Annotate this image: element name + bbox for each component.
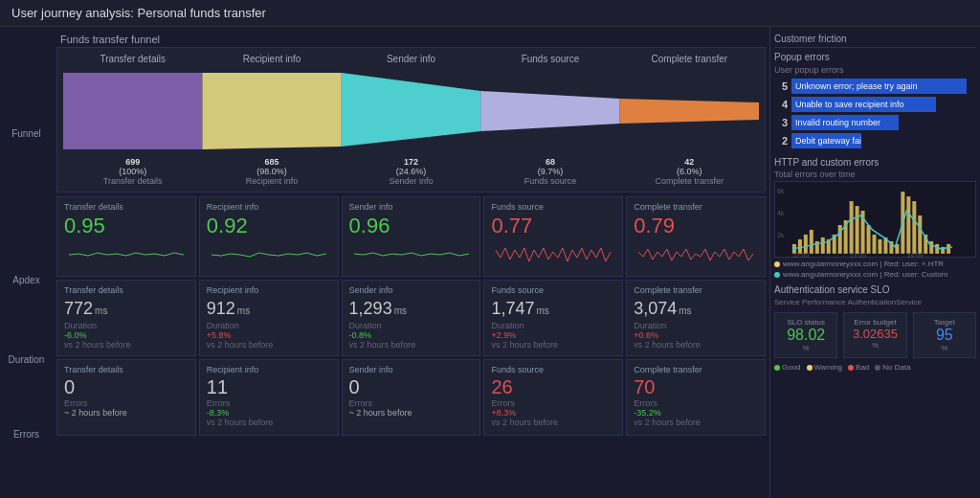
sidebar-duration-label: Duration	[0, 349, 53, 371]
page-title: User journey analysis: Personal funds tr…	[0, 0, 980, 27]
apdex-card-1: Recipient info 0.92	[199, 196, 339, 277]
svg-rect-16	[838, 225, 842, 254]
http-chart-title: Total errors over time	[774, 170, 976, 179]
funnel-step-3: 68 (9.7%) Funds source	[480, 157, 619, 186]
duration-card-2: Sender info 1,293 ms Duration -0.8% vs 2…	[342, 280, 481, 356]
svg-rect-35	[947, 244, 950, 254]
funnel-step-1: 685 (98.0%) Recipient info	[202, 157, 341, 186]
errors-card-2: Sender info 0 Errors ~ 2 hours before	[342, 359, 481, 436]
funnel-step-4: 42 (6.0%) Complete transfer	[620, 157, 759, 186]
svg-rect-19	[856, 206, 859, 254]
http-legend-1: www.angularmoneyxxx.com | Red: user: Cus…	[774, 270, 976, 279]
funnel-step-0: 699 (100%) Transfer details	[63, 157, 202, 186]
legend-bad: Bad	[848, 363, 869, 372]
errors-card-0: Transfer details 0 Errors ~ 2 hours befo…	[56, 359, 196, 436]
svg-rect-18	[850, 201, 854, 254]
sidebar-errors-label: Errors	[0, 423, 53, 445]
popup-row-2: 3 Invalid routing number	[774, 115, 976, 130]
svg-marker-2	[342, 73, 480, 147]
svg-rect-30	[918, 215, 922, 254]
svg-text:14:00: 14:00	[906, 252, 924, 259]
popup-sub-title: User popup errors	[774, 65, 976, 75]
sparkline-2	[349, 240, 474, 269]
svg-marker-3	[480, 91, 619, 131]
svg-rect-29	[912, 201, 916, 254]
apdex-card-4: Complete transfer 0.79	[626, 196, 766, 277]
apdex-card-3: Funds source 0.77	[483, 196, 623, 277]
apdex-row: Transfer details 0.95 Recipient info 0.9…	[56, 196, 766, 277]
errors-card-3: Funds source 26 Errors +8.3% vs 2 hours …	[483, 359, 623, 436]
funnel-labels: 699 (100%) Transfer details 685 (98.0%) …	[63, 157, 759, 186]
legend-nodata: No Data	[875, 363, 910, 372]
funnel-section-title: Funds transfer funnel	[56, 31, 766, 47]
svg-text:4k: 4k	[777, 210, 785, 216]
popup-errors-section: Popup errors User popup errors 5 Unknown…	[774, 52, 976, 151]
duration-card-1: Recipient info 912 ms Duration +5.8% vs …	[199, 280, 339, 356]
svg-text:2k: 2k	[777, 232, 785, 238]
http-chart: 6k 4k 2k	[774, 181, 976, 258]
sparkline-3	[491, 240, 615, 269]
apdex-card-2: Sender info 0.96	[342, 196, 481, 277]
auth-metric-1: Error budget 3.02635 %	[843, 312, 906, 358]
sparkline-1	[207, 240, 331, 269]
duration-row: Transfer details 772 ms Duration -6.0% v…	[56, 280, 766, 356]
funnel-header-4: Complete transfer	[620, 54, 759, 64]
http-errors-title: HTTP and custom errors	[774, 157, 976, 168]
errors-card-1: Recipient info 11 Errors -8.3% vs 2 hour…	[199, 359, 339, 436]
duration-card-3: Funds source 1,747 ms Duration +2.9% vs …	[483, 280, 623, 356]
sparkline-0	[64, 240, 189, 269]
funnel-chart	[63, 68, 759, 154]
svg-rect-13	[821, 238, 825, 254]
sparkline-4	[634, 240, 758, 269]
svg-marker-4	[620, 99, 759, 124]
svg-rect-32	[929, 241, 933, 254]
http-errors-section: HTTP and custom errors Total errors over…	[774, 157, 976, 279]
auth-slo-section: Authentication service SLO Service Perfo…	[774, 284, 976, 372]
svg-rect-33	[935, 244, 939, 254]
funnel-header-1: Recipient info	[202, 54, 341, 64]
legend-warning: Warning	[807, 363, 843, 372]
svg-rect-28	[906, 196, 910, 254]
auth-slo-title: Authentication service SLO	[774, 284, 976, 295]
svg-rect-21	[867, 225, 871, 254]
http-legend-0: www.angularmoneyxxx.com | Red: user: +.H…	[774, 260, 976, 268]
http-chart-svg: 6k 4k 2k	[775, 182, 975, 259]
funnel-container: Transfer details Recipient info Sender i…	[56, 47, 766, 192]
svg-marker-0	[63, 73, 202, 149]
auth-metric-0: SLO status 98.02 %	[774, 312, 837, 358]
auth-service-label: Service Performance AuthenticationServic…	[774, 298, 976, 306]
popup-row-0: 5 Unknown error; please try again	[774, 79, 976, 94]
svg-text:12:00: 12:00	[792, 252, 810, 259]
svg-marker-1	[202, 73, 341, 149]
errors-row: Transfer details 0 Errors ~ 2 hours befo…	[56, 359, 766, 436]
funnel-header-0: Transfer details	[63, 54, 202, 64]
svg-text:13:00: 13:00	[850, 252, 867, 259]
right-panel: Customer friction Popup errors User popu…	[769, 27, 980, 498]
errors-card-4: Complete transfer 70 Errors -35.2% vs 2 …	[626, 359, 766, 436]
popup-row-3: 2 Debit gateway failure	[774, 133, 976, 148]
svg-text:6k: 6k	[777, 188, 785, 194]
svg-rect-11	[810, 230, 813, 254]
funnel-svg	[63, 68, 759, 154]
funnel-step-2: 172 (24.6%) Sender info	[342, 157, 480, 186]
svg-rect-23	[878, 239, 881, 254]
customer-friction-title: Customer friction	[774, 31, 976, 48]
popup-errors-title: Popup errors	[774, 52, 976, 62]
apdex-card-0: Transfer details 0.95	[56, 196, 196, 277]
auth-legend: Good Warning Bad No Data	[774, 363, 976, 372]
center-content: Funds transfer funnel Transfer details R…	[53, 27, 769, 498]
auth-metrics: SLO status 98.02 % Error budget 3.02635 …	[774, 312, 976, 358]
sidebar-apdex-label: Apdex	[0, 269, 53, 291]
popup-row-1: 4 Unable to save recipient info	[774, 97, 976, 112]
funnel-header-2: Sender info	[342, 54, 480, 64]
funnel-header-3: Funds source	[480, 54, 619, 64]
legend-good: Good	[774, 363, 801, 372]
auth-metric-2: Target 95 %	[913, 312, 976, 358]
sidebar: Funnel Apdex Duration Errors	[0, 27, 53, 498]
duration-card-4: Complete transfer 3,074 ms Duration +0.6…	[626, 280, 766, 356]
funnel-headers: Transfer details Recipient info Sender i…	[63, 54, 759, 64]
duration-card-0: Transfer details 772 ms Duration -6.0% v…	[56, 280, 196, 356]
svg-rect-22	[873, 235, 877, 254]
sidebar-funnel-label: Funnel	[0, 123, 53, 145]
